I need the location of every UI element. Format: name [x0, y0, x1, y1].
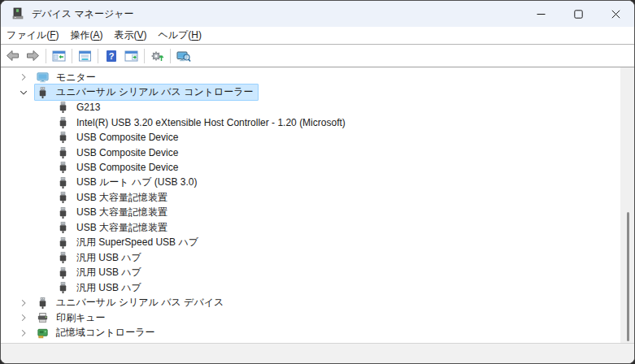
tree-row-content[interactable]: USB Composite Device [54, 145, 183, 161]
toolbar-separator [170, 49, 171, 63]
device-icon [57, 161, 69, 174]
tree-row[interactable]: G213 [1, 100, 620, 115]
device-tree: モニター [1, 67, 620, 343]
menu-action[interactable]: 操作(A) [64, 27, 108, 44]
device-icon [57, 146, 69, 159]
scrollbar-thumb[interactable] [627, 212, 629, 341]
tree-row[interactable]: USB ルート ハブ (USB 3.0) [1, 176, 620, 191]
scan-hardware-changes-icon[interactable] [148, 46, 167, 65]
tree-row[interactable]: 印刷キュー [1, 310, 620, 326]
toolbar-separator [46, 49, 46, 63]
action-pane-icon[interactable] [122, 46, 141, 65]
tree-row-label: USB 大容量記憶装置 [76, 206, 167, 219]
tree-row-content[interactable]: USB Composite Device [54, 129, 183, 145]
tree-row[interactable]: USB 大容量記憶装置 [1, 190, 620, 206]
tree-row[interactable]: 汎用 SuperSpeed USB ハブ [1, 236, 620, 251]
device-icon [37, 71, 49, 84]
toolbar-separator [144, 49, 145, 63]
status-bar [1, 343, 634, 363]
chevron-icon[interactable] [19, 328, 28, 338]
tree-row-label: USB 大容量記憶装置 [76, 221, 167, 235]
tree-row[interactable]: USB 大容量記憶装置 [1, 206, 620, 221]
tree-row[interactable]: USB Composite Device [1, 160, 620, 176]
tree-row-content[interactable]: ユニバーサル シリアル バス コントローラー [34, 84, 259, 101]
tree-row-label: 汎用 USB ハブ [76, 281, 141, 295]
chevron-icon[interactable] [19, 72, 28, 82]
tree-row-label: モニター [56, 71, 96, 84]
title-bar: デバイス マネージャー [1, 1, 634, 27]
device-icon [37, 86, 49, 99]
device-icon [57, 191, 69, 204]
tree-row-content[interactable]: G213 [54, 99, 105, 115]
tree-row[interactable]: 記憶域コントローラー [1, 326, 620, 341]
device-icon [57, 266, 69, 280]
device-icon [57, 236, 69, 249]
menu-help[interactable]: ヘルプ(H) [153, 27, 208, 44]
device-icon [37, 297, 49, 310]
tree-row[interactable]: USB 大容量記憶装置 [1, 220, 620, 236]
tree-row[interactable]: USB Composite Device [1, 145, 620, 161]
toolbar-separator [72, 49, 72, 63]
tree-row-label: ユニバーサル シリアル バス デバイス [56, 296, 224, 310]
tree-row[interactable]: ユニバーサル シリアル バス コントローラー [1, 85, 620, 101]
tree-row-content[interactable]: Intel(R) USB 3.20 eXtensible Host Contro… [54, 115, 350, 131]
device-icon [57, 251, 69, 264]
close-button[interactable] [597, 1, 634, 27]
tree-row-label: USB Composite Device [76, 147, 178, 158]
tree-row-content[interactable]: 記憶域コントローラー [34, 324, 159, 341]
tree-row-label: 記憶域コントローラー [56, 326, 154, 340]
device-icon [57, 281, 69, 294]
maximize-button[interactable] [559, 1, 597, 27]
device-manager-app-icon [11, 7, 24, 20]
device-icon [57, 101, 69, 114]
tree-row-label: USB 大容量記憶装置 [76, 191, 167, 205]
tree-row[interactable]: 汎用 USB ハブ [1, 266, 620, 281]
window-title: デバイス マネージャー [32, 7, 134, 21]
menu-bar: ファイル(F) 操作(A) 表示(V) ヘルプ(H) [1, 27, 634, 45]
toolbar-separator [98, 49, 98, 63]
help-icon[interactable]: ? [102, 46, 120, 65]
device-icon [57, 221, 69, 234]
svg-text:?: ? [108, 51, 114, 61]
chevron-icon[interactable] [19, 88, 28, 98]
device-icon [57, 176, 69, 189]
device-manager-window: デバイス マネージャー ファイル(F) 操作(A) 表示(V) ヘルプ(H) [0, 0, 635, 364]
content-area: モニター [1, 67, 634, 343]
tree-row-label: USB Composite Device [76, 132, 178, 143]
device-icon [57, 206, 69, 219]
chevron-icon[interactable] [19, 298, 28, 308]
tree-row-label: USB ルート ハブ (USB 3.0) [76, 176, 197, 189]
tree-row[interactable]: Intel(R) USB 3.20 eXtensible Host Contro… [1, 115, 620, 131]
tree-row[interactable]: ユニバーサル シリアル バス デバイス [1, 296, 620, 311]
device-icon [37, 327, 49, 340]
menu-file[interactable]: ファイル(F) [1, 27, 64, 44]
properties-icon[interactable] [76, 46, 94, 65]
tree-row-label: G213 [76, 102, 100, 113]
tree-row-label: 汎用 USB ハブ [76, 266, 141, 280]
show-console-tree-icon[interactable] [50, 46, 68, 65]
tree-row[interactable]: モニター [1, 70, 620, 85]
device-icon [57, 131, 69, 144]
tree-row-content[interactable]: USB Composite Device [54, 159, 183, 176]
minimize-button[interactable] [522, 1, 559, 27]
forward-icon[interactable] [24, 46, 42, 65]
device-icon [57, 116, 69, 129]
tree-row-label: ユニバーサル シリアル バス コントローラー [56, 85, 254, 99]
tree-row-label: Intel(R) USB 3.20 eXtensible Host Contro… [76, 117, 346, 128]
tree-row[interactable]: 汎用 USB ハブ [1, 250, 620, 266]
tree-row-label: 印刷キュー [56, 311, 106, 325]
vertical-scrollbar[interactable] [620, 67, 634, 343]
chevron-icon[interactable] [19, 313, 28, 323]
tree-row-label: 汎用 USB ハブ [76, 251, 141, 265]
toolbar: ? [1, 45, 634, 67]
tree-row[interactable]: USB Composite Device [1, 130, 620, 145]
tree-row-label: USB Composite Device [76, 162, 178, 173]
back-icon[interactable] [3, 46, 22, 65]
tree-row-label: 汎用 SuperSpeed USB ハブ [76, 236, 198, 249]
tree-row[interactable]: 汎用 USB ハブ [1, 280, 620, 296]
search-computer-icon[interactable] [174, 46, 193, 65]
device-icon [37, 311, 49, 324]
menu-view[interactable]: 表示(V) [108, 27, 152, 44]
